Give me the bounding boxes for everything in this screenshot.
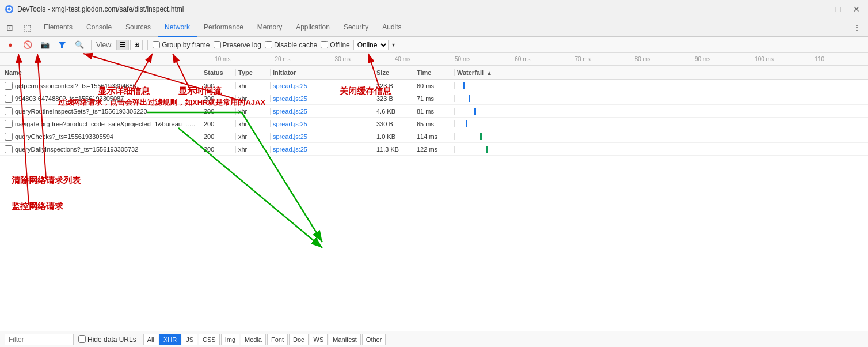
tick-20ms: 20 ms — [275, 56, 290, 62]
tab-sources[interactable]: Sources — [119, 18, 158, 37]
header-initiator[interactable]: Initiator — [271, 69, 374, 76]
tick-50ms: 50 ms — [455, 56, 470, 62]
filter-type-doc[interactable]: Doc — [289, 334, 309, 345]
row-type: xhr — [236, 146, 271, 153]
maximize-button[interactable]: □ — [831, 2, 845, 16]
grouped-view-button[interactable]: ⊞ — [130, 40, 143, 50]
row-checkbox[interactable] — [5, 82, 13, 90]
tab-elements[interactable]: Elements — [37, 18, 79, 37]
tab-memory[interactable]: Memory — [250, 18, 289, 37]
row-status: 200 — [201, 108, 236, 115]
filter-type-xhr[interactable]: XHR — [159, 334, 181, 345]
table-row[interactable]: queryDailyInspections?_ts=1556193305732 … — [0, 143, 868, 156]
timeline-header: 10 ms 20 ms 30 ms 40 ms 50 ms 60 ms 70 m… — [0, 53, 868, 66]
row-name-cell: queryDailyInspections?_ts=1556193305732 — [0, 145, 201, 153]
tab-audits[interactable]: Audits — [375, 18, 408, 37]
initiator-link[interactable]: spread.js:25 — [273, 82, 307, 89]
record-button[interactable]: ● — [3, 38, 17, 52]
table-header: Name Status Type Initiator Size Time Wat… — [0, 66, 868, 80]
filter-type-css[interactable]: CSS — [199, 334, 220, 345]
throttle-select[interactable]: Online — [353, 40, 389, 50]
row-waterfall — [455, 133, 868, 140]
filter-button[interactable] — [55, 38, 69, 52]
table-row[interactable]: queryRoutineInspectSets?_ts=155619330522… — [0, 105, 868, 118]
network-toolbar: ● 🚫 📷 🔍 View: ☰ ⊞ Group by frame Preserv… — [0, 37, 868, 53]
row-checkbox[interactable] — [5, 145, 13, 153]
tab-application[interactable]: Application — [289, 18, 337, 37]
row-type: xhr — [236, 120, 271, 127]
table-row[interactable]: getpermissioncontext?_ts=1556193304686 2… — [0, 80, 868, 92]
timeline-left-spacer — [0, 53, 201, 65]
row-checkbox[interactable] — [5, 107, 13, 115]
filter-type-all[interactable]: All — [143, 334, 158, 345]
header-time[interactable]: Time — [414, 69, 455, 76]
filter-type-img[interactable]: Img — [221, 334, 239, 345]
network-table: Name Status Type Initiator Size Time Wat… — [0, 66, 868, 331]
disable-cache-checkbox[interactable]: Disable cache — [265, 41, 317, 49]
row-status: 200 — [201, 133, 236, 140]
waterfall-indicator — [469, 95, 470, 102]
tab-security[interactable]: Security — [337, 18, 375, 37]
header-waterfall[interactable]: Waterfall ▲ — [455, 69, 868, 76]
row-checkbox[interactable] — [5, 120, 13, 128]
filter-type-media[interactable]: Media — [241, 334, 266, 345]
header-type[interactable]: Type — [236, 69, 271, 76]
minimize-button[interactable]: — — [813, 2, 827, 16]
clear-button[interactable]: 🚫 — [21, 38, 35, 52]
header-size[interactable]: Size — [374, 69, 414, 76]
preserve-log-input[interactable] — [214, 41, 221, 48]
throttle-dropdown-icon[interactable]: ▾ — [392, 42, 395, 48]
table-row[interactable]: 994803 6474880?_ts=1556193305087 200 xhr… — [0, 92, 868, 105]
hide-data-urls-input[interactable] — [78, 335, 86, 343]
initiator-link[interactable]: spread.js:25 — [273, 108, 307, 115]
tick-80ms: 80 ms — [635, 56, 650, 62]
initiator-link[interactable]: spread.js:25 — [273, 120, 307, 127]
filter-type-manifest[interactable]: Manifest — [329, 334, 361, 345]
waterfall-indicator — [463, 82, 465, 89]
view-buttons: ☰ ⊞ — [116, 40, 143, 50]
header-status[interactable]: Status — [201, 69, 236, 76]
row-name-text: queryChecks?_ts=1556193305594 — [15, 133, 113, 140]
list-view-button[interactable]: ☰ — [116, 40, 129, 50]
tab-performance[interactable]: Performance — [197, 18, 250, 37]
offline-input[interactable] — [321, 41, 328, 48]
filter-type-buttons: AllXHRJSCSSImgMediaFontDocWSManifestOthe… — [143, 334, 386, 345]
row-status: 200 — [201, 120, 236, 127]
header-name[interactable]: Name — [0, 69, 201, 76]
row-name-cell: 994803 6474880?_ts=1556193305087 — [0, 95, 201, 103]
screenshot-button[interactable]: 📷 — [38, 38, 52, 52]
more-tabs-button[interactable]: ⋮ — [848, 23, 866, 32]
search-button[interactable]: 🔍 — [73, 38, 86, 52]
row-name-text: 994803 6474880?_ts=1556193305087 — [15, 95, 124, 102]
hide-data-urls-checkbox[interactable]: Hide data URLs — [78, 335, 136, 344]
preserve-log-checkbox[interactable]: Preserve log — [214, 41, 261, 49]
waterfall-indicator — [486, 146, 488, 153]
row-checkbox[interactable] — [5, 133, 13, 141]
row-checkbox[interactable] — [5, 95, 13, 103]
table-body: getpermissioncontext?_ts=1556193304686 2… — [0, 80, 868, 156]
close-button[interactable]: ✕ — [850, 2, 863, 16]
filter-type-font[interactable]: Font — [267, 334, 288, 345]
tabbar: ⊡ ⬚ Elements Console Sources Network Per… — [0, 18, 868, 37]
initiator-link[interactable]: spread.js:25 — [273, 95, 307, 102]
disable-cache-input[interactable] — [265, 41, 272, 48]
table-row[interactable]: navigate org-tree?product_code=safe&proj… — [0, 118, 868, 130]
filter-type-ws[interactable]: WS — [310, 334, 328, 345]
group-by-frame-input[interactable] — [153, 41, 160, 48]
initiator-link[interactable]: spread.js:25 — [273, 146, 307, 153]
offline-checkbox[interactable]: Offline — [321, 41, 349, 49]
titlebar-title: DevTools - xmgl-test.glodon.com/safe/dis… — [17, 5, 184, 13]
initiator-link[interactable]: spread.js:25 — [273, 133, 307, 140]
tab-console[interactable]: Console — [79, 18, 119, 37]
tab-network[interactable]: Network — [158, 18, 197, 37]
tick-30ms: 30 ms — [335, 56, 351, 62]
toolbar-separator-1 — [91, 40, 92, 50]
group-by-frame-checkbox[interactable]: Group by frame — [153, 41, 210, 49]
device-toolbar-button[interactable]: ⬚ — [20, 20, 35, 35]
table-row[interactable]: queryChecks?_ts=1556193305594 200 xhr sp… — [0, 130, 868, 143]
filter-type-other[interactable]: Other — [362, 334, 386, 345]
inspect-icon-button[interactable]: ⊡ — [2, 20, 17, 35]
filter-input[interactable] — [5, 334, 74, 345]
filter-type-js[interactable]: JS — [182, 334, 197, 345]
row-time: 71 ms — [414, 95, 455, 102]
